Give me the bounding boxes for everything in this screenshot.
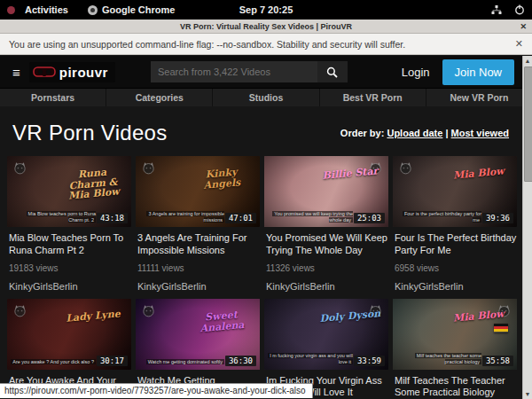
studio-link[interactable]: KinkyGirlsBerlin bbox=[137, 281, 260, 292]
site-logo-text: pirouvr bbox=[59, 65, 108, 80]
search-icon bbox=[326, 66, 338, 78]
scroll-up-arrow-icon[interactable]: ▲ bbox=[523, 56, 532, 66]
video-card: Mia Blow Milf teaches the teacher some p… bbox=[393, 299, 517, 399]
duration-badge: 30:17 bbox=[97, 356, 128, 366]
thumb-subtitle: Watch me getting dominated softly bbox=[139, 359, 224, 365]
page-head: VR Porn Videos Order by: Upload date | M… bbox=[0, 106, 532, 156]
duration-badge: 47:01 bbox=[225, 213, 256, 223]
order-by-label: Order by: bbox=[340, 128, 385, 138]
page-title: VR Porn Videos bbox=[12, 121, 168, 145]
scroll-down-arrow-icon[interactable]: ▼ bbox=[523, 389, 532, 399]
power-icon[interactable] bbox=[514, 4, 525, 15]
page-scrollbar[interactable]: ▲ ▼ bbox=[522, 56, 532, 399]
video-grid: Runa Charm & Mia Blow Mia Blow teaches p… bbox=[0, 156, 532, 399]
german-flag-icon bbox=[494, 324, 508, 332]
video-card: Billie Star You promised we will keep tr… bbox=[264, 156, 388, 292]
studio-logo-icon bbox=[141, 303, 156, 318]
warning-close-icon[interactable]: ✕ bbox=[515, 38, 523, 50]
video-card: Kinky Angels 3 Angels are training for i… bbox=[136, 156, 260, 292]
thumb-subtitle: 3 Angels are training for impossible mis… bbox=[139, 211, 224, 223]
network-icon[interactable] bbox=[491, 4, 502, 15]
clock[interactable]: Sep 7 20:25 bbox=[0, 4, 532, 15]
duration-badge: 36:30 bbox=[225, 356, 256, 366]
video-views: 19183 views bbox=[9, 263, 131, 273]
video-title-link[interactable]: You Promised We Will Keep Trying The Who… bbox=[266, 232, 388, 257]
vr-goggles-icon bbox=[33, 66, 56, 78]
duration-badge: 25:03 bbox=[354, 213, 385, 223]
video-thumbnail[interactable]: Billie Star You promised we will keep tr… bbox=[264, 156, 388, 227]
nav-item-best-vr-porn[interactable]: Best VR Porn bbox=[319, 89, 426, 106]
video-card: Mia Blow Four is the perfect birthday pa… bbox=[393, 156, 517, 292]
studio-link[interactable]: KinkyGirlsBerlin bbox=[266, 281, 388, 292]
duration-badge: 43:18 bbox=[97, 213, 128, 223]
duration-badge: 39:36 bbox=[482, 213, 513, 223]
order-upload-date-link[interactable]: Upload date bbox=[387, 128, 442, 138]
nav-item-new-vr-porn[interactable]: New VR Porn bbox=[426, 89, 532, 106]
warning-text: You are using an unsupported command-lin… bbox=[9, 39, 405, 50]
studio-link[interactable]: KinkyGirlsBerlin bbox=[395, 281, 517, 292]
duration-badge: 33:59 bbox=[354, 356, 385, 366]
studio-logo-icon bbox=[141, 160, 156, 176]
thumb-subtitle: You promised we will keep trying the who… bbox=[268, 211, 353, 223]
warning-bar: You are using an unsupported command-lin… bbox=[0, 34, 532, 55]
scrollbar-thumb[interactable] bbox=[524, 66, 532, 182]
order-most-viewed-link[interactable]: Most viewed bbox=[451, 128, 509, 138]
video-thumbnail[interactable]: Mia Blow Milf teaches the teacher some p… bbox=[393, 299, 517, 370]
video-thumbnail[interactable]: Kinky Angels 3 Angels are training for i… bbox=[136, 156, 260, 227]
studio-link[interactable]: KinkyGirlsBerlin bbox=[9, 281, 131, 292]
tab-title: VR Porn: Virtual Reality Sex Videos | Pi… bbox=[180, 22, 352, 31]
video-views: 6958 views bbox=[395, 263, 517, 273]
order-by-controls: Order by: Upload date | Most viewed bbox=[340, 128, 509, 138]
nav-item-pornstars[interactable]: Pornstars bbox=[0, 89, 106, 106]
thumb-subtitle: Are you awake ? And your dick also ? bbox=[11, 359, 96, 365]
desktop-top-bar: Activities Google Chrome Sep 7 20:25 bbox=[0, 0, 532, 20]
thumb-subtitle: Four is the perfect birthday party for m… bbox=[396, 211, 481, 223]
video-title-link[interactable]: Four Is The Perfect Birthday Party For M… bbox=[395, 232, 517, 257]
studio-logo-icon bbox=[398, 160, 413, 176]
search-input[interactable] bbox=[151, 61, 317, 82]
search-button[interactable] bbox=[317, 61, 348, 82]
tab-close-icon[interactable]: ✕ bbox=[520, 22, 527, 31]
video-thumbnail[interactable]: Sweet Analena Watch me getting dominated… bbox=[136, 299, 260, 370]
video-thumbnail[interactable]: Lady Lyne Are you awake ? And your dick … bbox=[7, 299, 131, 370]
nav-item-categories[interactable]: Categories bbox=[106, 89, 212, 106]
thumb-subtitle: Mia Blow teaches porn to Runa Charm pt. … bbox=[11, 211, 96, 223]
page-viewport: ≡ pirouvr Login Join Now Pornstars Categ… bbox=[0, 56, 532, 399]
thumb-subtitle: I m fucking your virgin ass and you will… bbox=[268, 353, 353, 365]
search-bar bbox=[151, 61, 348, 82]
video-title-link[interactable]: Milf Teaches The Teacher Some Practical … bbox=[395, 375, 517, 399]
site-header: ≡ pirouvr Login Join Now bbox=[0, 56, 532, 88]
video-card: Runa Charm & Mia Blow Mia Blow teaches p… bbox=[7, 156, 131, 292]
video-thumbnail[interactable]: Mia Blow Four is the perfect birthday pa… bbox=[393, 156, 517, 227]
nav-item-studios[interactable]: Studios bbox=[212, 89, 318, 106]
browser-tab[interactable]: VR Porn: Virtual Reality Sex Videos | Pi… bbox=[0, 20, 532, 34]
video-thumbnail[interactable]: Runa Charm & Mia Blow Mia Blow teaches p… bbox=[7, 156, 131, 227]
video-thumbnail[interactable]: Doly Dyson I m fucking your virgin ass a… bbox=[264, 299, 388, 370]
video-views: 11111 views bbox=[137, 263, 260, 273]
order-separator: | bbox=[445, 128, 448, 138]
login-link[interactable]: Login bbox=[402, 66, 430, 79]
studio-logo-icon bbox=[12, 160, 27, 176]
main-nav: Pornstars Categories Studios Best VR Por… bbox=[0, 88, 532, 106]
video-title-link[interactable]: Mia Blow Teaches Porn To Runa Charm Pt 2 bbox=[9, 232, 131, 257]
join-now-button[interactable]: Join Now bbox=[442, 59, 514, 85]
site-logo[interactable]: pirouvr bbox=[29, 62, 115, 82]
video-title-link[interactable]: 3 Angels Are Training For Impossible Mis… bbox=[137, 232, 260, 257]
status-url-bar: https://pirouvr.com/vr-porn-video/779325… bbox=[0, 383, 313, 398]
thumb-subtitle: Milf teaches the teacher some practical … bbox=[396, 353, 481, 365]
hamburger-menu-icon[interactable]: ≡ bbox=[12, 66, 20, 79]
duration-badge: 35:58 bbox=[482, 356, 513, 366]
video-views: 11326 views bbox=[266, 263, 388, 273]
studio-logo-icon bbox=[12, 303, 27, 318]
thumb-caption: Runa Charm & Mia Blow bbox=[59, 166, 128, 202]
